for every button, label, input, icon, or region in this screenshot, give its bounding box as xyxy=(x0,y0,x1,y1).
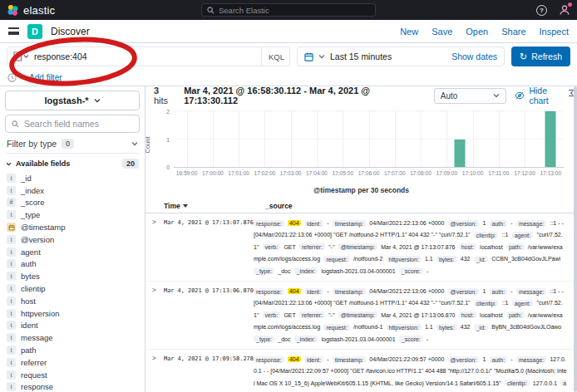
field-name: _index xyxy=(21,186,44,195)
source-field-name: _index: xyxy=(294,336,318,342)
source-field-name: verb: xyxy=(263,311,281,318)
source-field-name: bytes: xyxy=(436,324,457,331)
x-axis-title: @timestamp per 30 seconds xyxy=(149,186,574,194)
field-item-httpversion[interactable]: thttpversion xyxy=(5,307,140,320)
field-item-bytes[interactable]: tbytes xyxy=(5,270,140,282)
field-item-path[interactable]: tpath xyxy=(5,344,140,356)
action-save[interactable]: Save xyxy=(432,27,452,37)
global-search-input[interactable]: Search Elastic xyxy=(201,3,376,17)
gridline xyxy=(446,111,447,167)
menu-icon[interactable] xyxy=(8,27,19,35)
source-field-name: auth: xyxy=(490,220,508,227)
field-item-clientip[interactable]: tclientip xyxy=(5,282,140,295)
time-column-header[interactable]: Time xyxy=(164,202,265,210)
source-field-value: _doc xyxy=(278,336,290,342)
refresh-button[interactable]: ↻ Refresh xyxy=(511,47,570,66)
histogram-bar[interactable] xyxy=(454,140,465,168)
field-name: _type xyxy=(21,210,40,219)
histogram-bar[interactable] xyxy=(545,111,556,167)
field-name: @version xyxy=(21,235,54,244)
query-language-button[interactable]: KQL xyxy=(261,47,284,66)
source-field-value: ::1 xyxy=(502,232,509,238)
show-dates-button[interactable]: Show dates xyxy=(451,51,497,61)
hide-chart-button[interactable]: Hide chart xyxy=(515,86,569,105)
gridline xyxy=(187,111,188,167)
field-item-id[interactable]: t_id xyxy=(5,172,140,184)
source-column-header: _source xyxy=(265,202,293,210)
field-search-input[interactable]: Search field names xyxy=(5,115,140,133)
source-field-name: clientip: xyxy=(505,380,530,386)
source-field-name: clientip: xyxy=(474,232,499,238)
action-open[interactable]: Open xyxy=(466,27,488,37)
source-field-name: _score: xyxy=(399,267,423,274)
action-share[interactable]: Share xyxy=(501,27,525,37)
field-item-ident[interactable]: tident xyxy=(5,320,140,332)
chevron-down-icon[interactable] xyxy=(318,54,325,59)
source-field-value: /notfound-1 xyxy=(353,324,382,330)
add-filter-button[interactable]: + Add filter xyxy=(22,73,62,82)
scrollbar[interactable] xyxy=(574,86,577,392)
notification-dot xyxy=(568,2,572,7)
gridline xyxy=(291,111,292,167)
field-item-referrer[interactable]: treferrer xyxy=(5,356,140,369)
source-field-name: auth: xyxy=(490,288,508,295)
source-field-value: 04/Mar/2021:22:13:06 +0000 xyxy=(369,220,444,226)
expand-doc-icon[interactable]: > xyxy=(152,218,164,277)
hits-row: 3 hits Mar 4, 2021 @ 16:58:30.112 - Mar … xyxy=(145,86,577,105)
source-field-name: response: xyxy=(254,356,284,363)
source-field-name: message: xyxy=(516,220,546,227)
source-field-value: localhost xyxy=(480,244,503,250)
source-field-value: Mar 4, 2021 @ 17:13:06.870 xyxy=(381,312,455,318)
saved-query-clock-icon[interactable] xyxy=(7,73,17,82)
field-item-host[interactable]: thost xyxy=(5,295,140,307)
field-item-version[interactable]: t@version xyxy=(5,233,140,246)
saved-query-menu-icon[interactable] xyxy=(12,51,29,61)
time-range-value[interactable]: Last 15 minutes xyxy=(330,51,392,61)
expand-doc-icon[interactable]: > xyxy=(152,286,164,345)
interval-select[interactable]: Auto xyxy=(434,88,507,104)
hits-count: 3 hits xyxy=(154,86,175,105)
query-bar: response:404 KQL Last 15 minutes Show da… xyxy=(0,43,577,70)
field-item-request[interactable]: trequest xyxy=(5,369,140,381)
field-item-message[interactable]: tmessage xyxy=(5,331,140,344)
filter-by-type-select[interactable]: Filter by type 0 xyxy=(5,137,140,154)
source-field-name: referrer: xyxy=(299,311,325,318)
source-field-name: verb: xyxy=(263,243,281,250)
brand-name: elastic xyxy=(23,4,55,17)
source-field-name: host: xyxy=(459,243,476,250)
gridline xyxy=(174,139,564,140)
source-field-value: 04/Mar/2021:22:09:57 +0000 xyxy=(369,356,444,362)
text-field-icon: t xyxy=(7,382,16,391)
user-avatar[interactable] xyxy=(559,4,570,16)
refresh-icon: ↻ xyxy=(520,52,527,61)
text-field-icon: t xyxy=(7,358,16,367)
text-field-icon: t xyxy=(7,370,16,380)
help-icon[interactable]: ? xyxy=(536,5,547,16)
x-tick-label: 17:06:00 xyxy=(358,170,380,176)
elastic-logo-icon[interactable] xyxy=(7,4,19,17)
index-pattern-select[interactable]: logstash-* xyxy=(5,91,140,110)
field-list: t_idt_index#_scoret_type@timestampt@vers… xyxy=(5,172,140,392)
field-item-auth[interactable]: tauth xyxy=(5,258,140,271)
field-item-index[interactable]: t_index xyxy=(5,184,140,197)
refresh-label: Refresh xyxy=(531,51,562,61)
date-field-icon xyxy=(7,223,16,232)
query-input[interactable]: response:404 KQL xyxy=(7,47,290,66)
action-inspect[interactable]: Inspect xyxy=(540,27,569,37)
source-field-value: - xyxy=(327,220,328,226)
field-item-response[interactable]: tresponse xyxy=(5,381,140,392)
field-name: request xyxy=(21,370,47,380)
expand-doc-icon[interactable]: > xyxy=(152,354,164,392)
field-item-timestamp[interactable]: @timestamp xyxy=(5,221,140,233)
histogram-chart[interactable]: Count 16:59:0017:00:0017:01:0017:02:0017… xyxy=(149,106,574,194)
source-field-value: _doc xyxy=(278,268,290,274)
x-tick-label: 17:05:00 xyxy=(332,170,353,176)
available-fields-header[interactable]: Available fields 20 xyxy=(5,159,140,169)
calendar-icon[interactable] xyxy=(304,52,313,61)
field-item-type[interactable]: t_type xyxy=(5,208,140,221)
source-field-name: httpversion: xyxy=(387,256,422,262)
field-item-score[interactable]: #_score xyxy=(5,197,140,209)
hits-label: hits xyxy=(154,96,168,105)
action-new[interactable]: New xyxy=(400,27,418,37)
field-item-agent[interactable]: tagent xyxy=(5,246,140,258)
